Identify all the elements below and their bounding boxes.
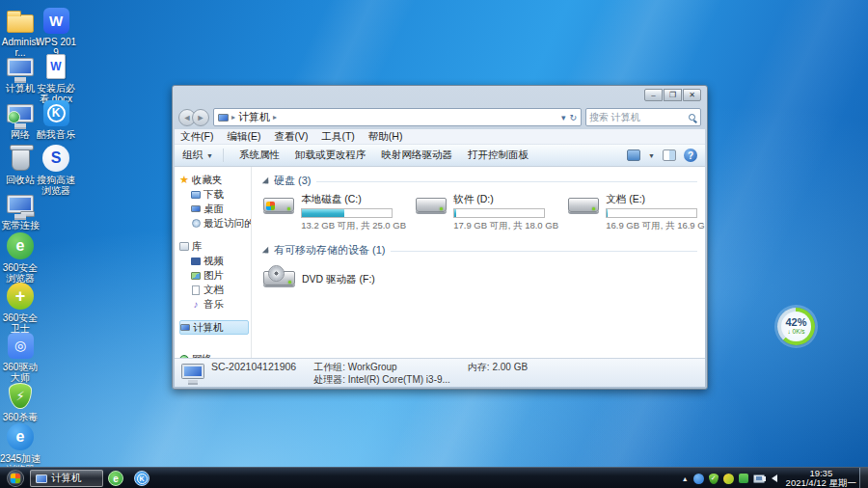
refresh-icon[interactable]: ↻ (569, 113, 577, 122)
broadband-icon (6, 189, 35, 218)
desktop-icon-360-driver[interactable]: ◎ 360驱动大师 (1, 331, 40, 383)
sidebar-item-desktop[interactable]: 桌面 (179, 202, 251, 216)
sidebar-item-videos[interactable]: 视频 (179, 254, 251, 268)
uninstall-program-button[interactable]: 卸载或更改程序 (295, 149, 366, 162)
sidebar-item-computer[interactable]: 计算机 (179, 320, 249, 335)
computer-status-icon (182, 365, 203, 378)
desktop-icon-kuwo[interactable]: K 酷我音乐 (37, 98, 75, 140)
volume-icon[interactable] (772, 474, 777, 482)
taskbar-button-computer[interactable]: 计算机 (30, 470, 103, 487)
search-input[interactable] (589, 112, 689, 122)
drive-name: 本地磁盘 (C:) (301, 193, 406, 206)
maximize-button[interactable]: ❐ (664, 89, 682, 101)
dvd-drive-tile[interactable]: DVD 驱动器 (F:) (263, 265, 406, 286)
organize-button[interactable]: 组织 ▼ (182, 149, 224, 162)
desktop-icon-360-browser[interactable]: e 360安全浏览器 (1, 231, 40, 284)
drive-d-tile[interactable]: 软件 (D:) 17.9 GB 可用, 共 18.0 GB (416, 192, 558, 232)
menu-file[interactable]: 文件(F) (180, 130, 213, 144)
sidebar-item-music[interactable]: ♪ 音乐 (179, 297, 251, 312)
desktop-icon-360-antivirus[interactable]: ⚡ 360杀毒 (1, 381, 40, 422)
computer-icon (36, 474, 47, 483)
menu-bar: 文件(F) 编辑(E) 查看(V) 工具(T) 帮助(H) (175, 129, 705, 145)
preview-pane-icon[interactable] (663, 149, 676, 161)
sidebar-libraries[interactable]: 库 (179, 239, 251, 254)
group-header-hard-disks[interactable]: 硬盘 (3) (261, 173, 697, 188)
crumb-separator[interactable]: ▸ (273, 113, 277, 122)
desktop-icon-readme-doc[interactable]: W 安装后必看.docx (37, 52, 75, 104)
sidebar-favorites[interactable]: ★ 收藏夹 (179, 173, 251, 187)
group-header-removable[interactable]: 有可移动存储的设备 (1) (261, 242, 697, 258)
menu-tools[interactable]: 工具(T) (321, 130, 354, 144)
wps-icon: W (41, 6, 70, 35)
capacity-bar (453, 208, 545, 218)
menu-help[interactable]: 帮助(H) (368, 130, 403, 144)
sidebar-item-pictures[interactable]: 图片 (179, 268, 251, 283)
sidebar-item-recent[interactable]: 最近访问的位置 (179, 216, 251, 230)
desktop-icon-sogou[interactable]: S 搜狗高速浏览器 (37, 144, 75, 196)
documents-icon (192, 285, 200, 295)
taskbar-icon-kuwo[interactable]: K (134, 471, 149, 486)
memory-value: 2.00 GB (492, 362, 528, 372)
sidebar-item-downloads[interactable]: 下载 (179, 187, 251, 202)
drive-e-tile[interactable]: 文档 (E:) 16.9 GB 可用, 共 16.9 GB (568, 192, 705, 232)
organize-label: 组织 (182, 149, 203, 162)
control-panel-button[interactable]: 打开控制面板 (468, 149, 529, 162)
computer-icon (6, 52, 35, 81)
tray-green-icon[interactable] (739, 474, 748, 483)
taskbar-icon-360-browser[interactable]: e (108, 471, 123, 486)
show-hidden-icons-button[interactable]: ▲ (682, 475, 689, 482)
downloads-icon (191, 191, 201, 199)
memory-label: 内存: (468, 362, 490, 372)
workgroup-value: WorkGroup (348, 362, 397, 372)
cpu-label: 处理器: (313, 374, 345, 385)
taskbar-clock[interactable]: 19:35 2021/4/12 星期一 (786, 469, 856, 488)
views-dropdown-icon[interactable]: ▼ (648, 152, 655, 159)
icon-label: 酷我音乐 (34, 129, 78, 140)
minimize-button[interactable]: – (644, 89, 663, 101)
computer-name: SC-202104121906 (211, 361, 296, 373)
title-bar[interactable]: – ❐ ✕ (173, 86, 707, 105)
capacity-bar (301, 208, 393, 218)
address-dropdown-icon[interactable]: ▾ (561, 113, 566, 122)
network-icon (6, 98, 35, 127)
drive-c-tile[interactable]: 本地磁盘 (C:) 13.2 GB 可用, 共 25.0 GB (263, 192, 406, 232)
search-box[interactable] (585, 108, 701, 126)
start-button[interactable] (7, 470, 24, 487)
2345-browser-icon: e (6, 422, 35, 451)
map-network-drive-button[interactable]: 映射网络驱动器 (381, 149, 452, 162)
breadcrumb[interactable]: 计算机 (238, 110, 270, 124)
status-bar: SC-202104121906 工作组: WorkGroup 处理器: Inte… (175, 358, 705, 387)
crumb-separator: ▸ (231, 113, 235, 122)
forward-button[interactable]: ► (192, 109, 209, 126)
dvd-drive-icon (263, 271, 295, 285)
network-speed: ↓ 0K/s (787, 328, 804, 336)
cpu-value: Intel(R) Core(TM) i3-9... (348, 374, 450, 385)
desktop-icon-wps[interactable]: W WPS 2019 (37, 6, 75, 58)
search-icon (689, 114, 695, 121)
menu-edit[interactable]: 编辑(E) (227, 130, 260, 144)
address-bar[interactable]: ▸ 计算机 ▸ ▾ ↻ (213, 108, 582, 126)
sidebar-item-documents[interactable]: 文档 (179, 283, 251, 297)
chevron-down-icon: ▼ (206, 152, 213, 159)
menu-view[interactable]: 查看(V) (274, 130, 308, 144)
system-properties-button[interactable]: 系统属性 (239, 149, 280, 162)
tray-360-icon[interactable] (693, 474, 704, 484)
tray-shield-icon[interactable]: ✓ (709, 474, 719, 484)
360-acceleration-ball[interactable]: 42% ↓ 0K/s (777, 308, 815, 345)
desktop-icon (191, 205, 201, 212)
close-button[interactable]: ✕ (683, 89, 701, 101)
kuwo-icon: K (41, 98, 70, 127)
collapse-arrow-icon[interactable] (262, 247, 268, 253)
recycle-bin-icon (6, 144, 35, 173)
views-icon[interactable] (627, 149, 640, 161)
content-pane: 硬盘 (3) 本地磁盘 (C:) 13.2 GB 可用, 共 25.0 GB (252, 167, 705, 358)
collapse-arrow-icon[interactable] (262, 177, 268, 183)
desktop-icon-360-safe[interactable]: + 360安全卫士 (1, 282, 40, 334)
show-desktop-button[interactable] (859, 468, 868, 488)
tray-360-safe-icon[interactable] (723, 474, 734, 484)
icon-label: 搜狗高速浏览器 (34, 175, 78, 196)
help-icon[interactable]: ? (684, 149, 697, 162)
system-tray: ▲ ✓ 19:35 2021/4/12 星期一 (682, 468, 856, 488)
videos-icon (191, 258, 201, 265)
explorer-window: – ❐ ✕ ◄ ► ▸ 计算机 ▸ ▾ ↻ (172, 85, 708, 390)
